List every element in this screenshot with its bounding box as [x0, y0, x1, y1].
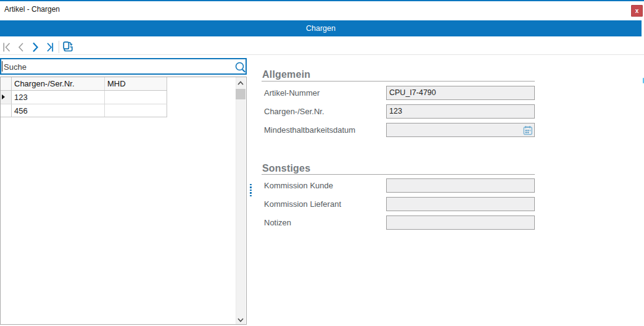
next-record-icon[interactable] — [32, 36, 38, 54]
toolbar-bottom-line — [0, 54, 644, 55]
input-mindesthaltbarkeitsdatum[interactable] — [386, 123, 535, 137]
row-indicator-cell — [1, 104, 12, 117]
search-icon — [234, 61, 247, 74]
grid-vertical-scrollbar[interactable] — [236, 77, 246, 324]
group-title-allgemein: Allgemein — [262, 69, 310, 80]
close-button[interactable]: x — [631, 5, 643, 17]
table-header-row: Chargen-/Ser.Nr. MHD — [1, 77, 167, 91]
input-notizen[interactable] — [386, 215, 535, 230]
splitter-handle-dot[interactable] — [250, 190, 252, 191]
table-row[interactable]: 123 — [1, 91, 167, 104]
cell-mhd[interactable] — [105, 104, 167, 117]
cell-mhd[interactable] — [105, 91, 167, 104]
column-header-mhd[interactable]: MHD — [105, 77, 167, 90]
search-input[interactable]: Suche — [4, 61, 27, 73]
group-separator-line — [262, 174, 535, 175]
splitter-handle-dot[interactable] — [250, 192, 252, 194]
splitter-handle-dot[interactable] — [250, 184, 252, 186]
batch-table: Chargen-/Ser.Nr. MHD 123 — [1, 77, 167, 117]
scroll-up-icon[interactable] — [236, 77, 246, 88]
input-artikel-nummer[interactable]: CPU_I7-4790 — [386, 86, 535, 100]
banner: Chargen — [0, 20, 642, 36]
current-row-arrow-icon — [2, 94, 5, 99]
show-record-window-icon[interactable] — [61, 36, 73, 54]
calendar-icon[interactable] — [523, 125, 533, 135]
toolbar-separator — [59, 41, 59, 53]
splitter-handle-dot[interactable] — [250, 195, 252, 197]
first-record-icon[interactable] — [2, 36, 11, 54]
input-chargen-ser-nr[interactable]: 123 — [386, 104, 535, 119]
group-separator-line — [262, 81, 535, 82]
label-kommission-lieferant: Kommission Lieferant — [264, 197, 341, 211]
input-kommission-kunde[interactable] — [386, 178, 535, 193]
record-navigation-toolbar — [0, 36, 644, 54]
window-title: Artikel - Chargen — [4, 4, 60, 14]
group-title-sonstiges: Sonstiges — [262, 163, 310, 174]
batch-grid-panel: Chargen-/Ser.Nr. MHD 123 — [0, 77, 247, 325]
close-icon: x — [632, 6, 642, 16]
label-chargen-ser-nr: Chargen-/Ser.Nr. — [264, 104, 324, 119]
title-bar: Artikel - Chargen x — [0, 1, 644, 20]
scrollbar-thumb[interactable] — [236, 89, 246, 100]
table-row[interactable]: 456 — [1, 104, 167, 117]
cell-chargennr[interactable]: 456 — [12, 104, 105, 117]
app-window: Artikel - Chargen x Chargen — [0, 0, 644, 326]
previous-record-icon[interactable] — [18, 36, 24, 54]
row-indicator-cell — [1, 91, 12, 104]
banner-title: Chargen — [0, 20, 642, 36]
search-box[interactable]: Suche — [0, 58, 247, 75]
splitter-handle-dot[interactable] — [250, 186, 252, 188]
scroll-down-icon[interactable] — [236, 316, 246, 326]
cell-chargennr[interactable]: 123 — [12, 91, 105, 104]
column-header-chargennr[interactable]: Chargen-/Ser.Nr. — [12, 77, 105, 90]
label-notizen: Notizen — [264, 215, 291, 230]
label-kommission-kunde: Kommission Kunde — [264, 178, 333, 193]
input-kommission-lieferant[interactable] — [386, 197, 535, 211]
label-artikel-nummer: Artikel-Nummer — [264, 86, 320, 100]
label-mindesthaltbarkeitsdatum: Mindesthaltbarkeitsdatum — [264, 123, 355, 137]
text-caret — [2, 61, 2, 72]
row-indicator-header — [1, 77, 12, 90]
last-record-icon[interactable] — [46, 36, 54, 54]
